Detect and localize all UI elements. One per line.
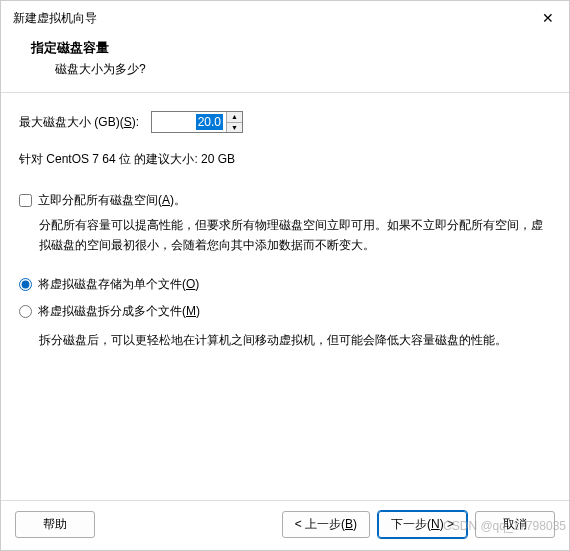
allocate-now-label: 立即分配所有磁盘空间(A)。 [38, 192, 186, 209]
next-button[interactable]: 下一步(N) > [378, 511, 467, 538]
store-single-label: 将虚拟磁盘存储为单个文件(O) [38, 276, 199, 293]
wizard-header: 指定磁盘容量 磁盘大小为多少? [1, 33, 569, 92]
close-icon[interactable]: ✕ [539, 9, 557, 27]
store-split-row[interactable]: 将虚拟磁盘拆分成多个文件(M) [19, 303, 551, 320]
disk-size-row: 最大磁盘大小 (GB)(S): 20.0 ▲ ▼ [19, 111, 551, 133]
help-button[interactable]: 帮助 [15, 511, 95, 538]
cancel-button[interactable]: 取消 [475, 511, 555, 538]
content-area: 最大磁盘大小 (GB)(S): 20.0 ▲ ▼ 针对 CentOS 7 64 … [1, 93, 569, 500]
window-title: 新建虚拟机向导 [13, 10, 97, 27]
footer: 帮助 < 上一步(B) 下一步(N) > 取消 [1, 500, 569, 550]
page-title: 指定磁盘容量 [31, 39, 539, 57]
titlebar: 新建虚拟机向导 ✕ [1, 1, 569, 33]
spin-buttons: ▲ ▼ [226, 112, 242, 132]
store-single-radio[interactable] [19, 278, 32, 291]
back-button[interactable]: < 上一步(B) [282, 511, 370, 538]
spin-up-icon[interactable]: ▲ [227, 112, 242, 123]
disk-size-value[interactable]: 20.0 [152, 112, 226, 132]
allocate-now-row[interactable]: 立即分配所有磁盘空间(A)。 [19, 192, 551, 209]
recommendation-text: 针对 CentOS 7 64 位 的建议大小: 20 GB [19, 151, 551, 168]
page-subtitle: 磁盘大小为多少? [55, 61, 539, 78]
allocate-now-checkbox[interactable] [19, 194, 32, 207]
store-single-row[interactable]: 将虚拟磁盘存储为单个文件(O) [19, 276, 551, 293]
store-split-description: 拆分磁盘后，可以更轻松地在计算机之间移动虚拟机，但可能会降低大容量磁盘的性能。 [39, 330, 551, 350]
disk-size-label: 最大磁盘大小 (GB)(S): [19, 114, 139, 131]
disk-size-input[interactable]: 20.0 ▲ ▼ [151, 111, 243, 133]
spin-down-icon[interactable]: ▼ [227, 123, 242, 133]
store-split-radio[interactable] [19, 305, 32, 318]
allocate-now-description: 分配所有容量可以提高性能，但要求所有物理磁盘空间立即可用。如果不立即分配所有空间… [39, 215, 551, 256]
store-split-label: 将虚拟磁盘拆分成多个文件(M) [38, 303, 200, 320]
